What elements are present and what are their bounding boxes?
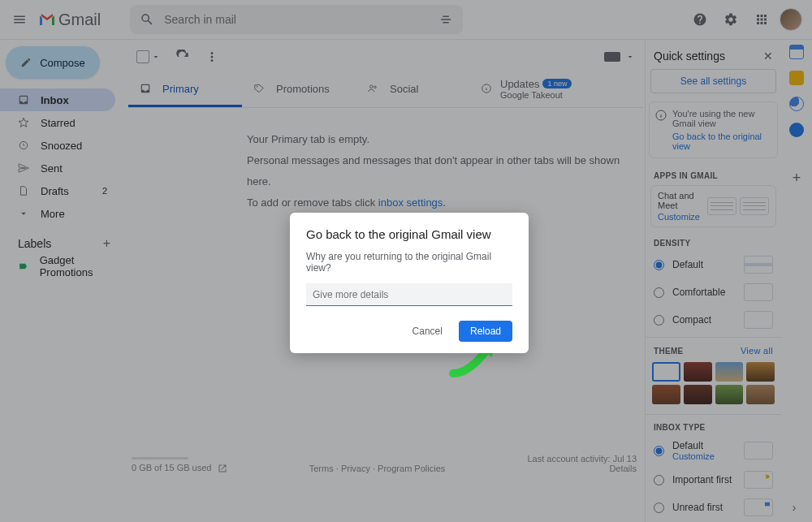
revert-dialog: Go back to the original Gmail view Why a… [290, 213, 529, 353]
cancel-button[interactable]: Cancel [404, 321, 451, 342]
dialog-subtitle: Why are you returning to the original Gm… [306, 251, 512, 274]
cancel-label: Cancel [412, 326, 443, 337]
dialog-title: Go back to the original Gmail view [306, 227, 512, 241]
feedback-input[interactable] [306, 283, 512, 306]
reload-button[interactable]: Reload [459, 321, 512, 342]
reload-label: Reload [470, 326, 501, 337]
